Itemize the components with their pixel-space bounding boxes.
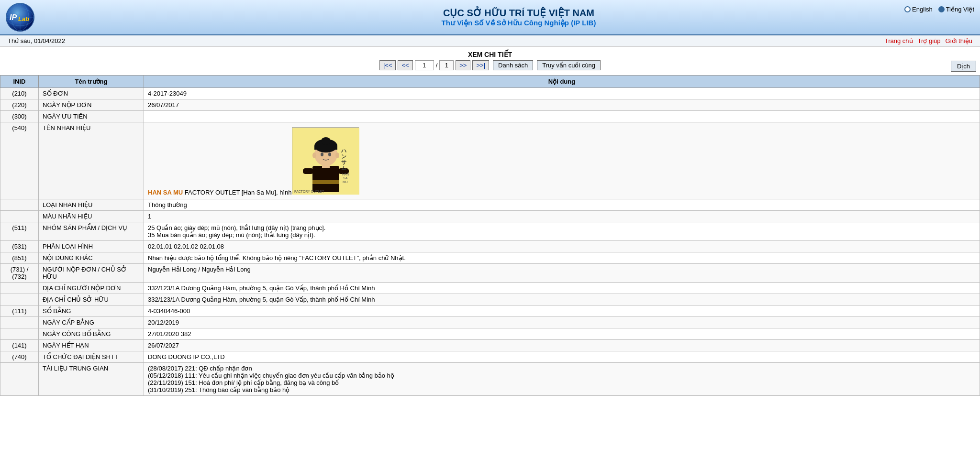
svg-text:サ: サ: [341, 159, 346, 165]
cell-content: HAN SA MU FACTORY OUTLET [Han Sa Mu], hì…: [144, 122, 980, 199]
col-noidung: Nội dung: [144, 76, 980, 88]
cell-content: 332/123/1A Dương Quảng Hàm, phường 5, qu…: [144, 294, 980, 305]
cell-inid: (300): [0, 111, 39, 122]
btn-dich[interactable]: Dịch: [951, 61, 976, 72]
btn-last[interactable]: >>|: [472, 60, 489, 70]
brand-image: ハ ン サ ム HAN SA MU FACTORY OUTLET: [292, 127, 359, 194]
cell-field: ĐỊA CHỈ NGƯỜI NỘP ĐƠN: [39, 283, 144, 294]
table-row: (731) / (732)NGƯỜI NỘP ĐƠN / CHỦ SỞ HỮUN…: [0, 264, 980, 283]
table-row: ĐỊA CHỈ CHỦ SỞ HỮU332/123/1A Dương Quảng…: [0, 294, 980, 305]
svg-text:FACTORY OUTLET: FACTORY OUTLET: [294, 190, 324, 193]
cell-content: Thông thường: [144, 199, 980, 211]
table-row: (511)NHÓM SẢN PHẨM / DỊCH VỤ25 Quần áo; …: [0, 222, 980, 241]
table-row: (210)SỐ ĐƠN4-2017-23049: [0, 88, 980, 99]
link-gioithieu[interactable]: Giới thiệu: [946, 37, 972, 44]
cell-content: 1: [144, 211, 980, 222]
svg-rect-14: [314, 146, 337, 150]
lang-english[interactable]: English: [904, 6, 933, 13]
btn-truyvan[interactable]: Truy vấn cuối cùng: [537, 60, 601, 70]
cell-inid: [0, 363, 39, 396]
cell-content: 26/07/2017: [144, 99, 980, 111]
main-title: CỤC SỞ HỮU TRÍ TUỆ VIỆT NAM: [63, 7, 974, 19]
cell-inid: (731) / (732): [0, 264, 39, 283]
tiengviet-radio[interactable]: [938, 6, 945, 12]
cell-content: DONG DUONG IP CO.,LTD: [144, 351, 980, 363]
page-separator: /: [436, 62, 438, 69]
svg-rect-8: [312, 166, 339, 192]
svg-point-16: [321, 153, 323, 156]
link-trogiup[interactable]: Trợ giúp: [918, 37, 941, 44]
logo-icon: IP Lab: [6, 3, 34, 32]
cell-inid: [0, 328, 39, 340]
table-row: (111)SỐ BẰNG4-0340446-000: [0, 305, 980, 317]
cell-inid: (511): [0, 222, 39, 241]
table-row: (300)NGÀY ƯU TIÊN: [0, 111, 980, 122]
language-selector: English Tiếng Việt: [904, 6, 974, 13]
cell-inid: (531): [0, 241, 39, 252]
cell-content: 20/12/2019: [144, 317, 980, 328]
col-tentruong: Tên trường: [39, 76, 144, 88]
svg-point-15: [321, 137, 331, 145]
cell-field: NGƯỜI NỘP ĐƠN / CHỦ SỞ HỮU: [39, 264, 144, 283]
sub-title: Thư Viện Số Về Sở Hữu Công Nghiệp (IP LI…: [63, 19, 974, 27]
table-body: (210)SỐ ĐƠN4-2017-23049(220)NGÀY NỘP ĐƠN…: [0, 88, 980, 396]
svg-text:MU: MU: [343, 180, 348, 184]
cell-inid: (540): [0, 122, 39, 199]
nav-controls: |<< << / 1 >> >>| Danh sách Truy vấn cuố…: [379, 60, 601, 70]
table-row: NGÀY CẤP BẰNG20/12/2019: [0, 317, 980, 328]
page-input[interactable]: [415, 60, 434, 70]
table-row: LOẠI NHÃN HIỆUThông thường: [0, 199, 980, 211]
cell-field: SỐ BẰNG: [39, 305, 144, 317]
cell-inid: (141): [0, 340, 39, 351]
cell-inid: (851): [0, 252, 39, 264]
btn-danhsach[interactable]: Danh sách: [493, 60, 533, 70]
header-titles: CỤC SỞ HỮU TRÍ TUỆ VIỆT NAM Thư Viện Số …: [63, 7, 974, 27]
cell-content: 02.01.01 02.01.02 02.01.08: [144, 241, 980, 252]
cell-field: NGÀY NỘP ĐƠN: [39, 99, 144, 111]
top-links: Trang chủ Trợ giúp Giới thiệu: [885, 37, 972, 44]
lang-tiengviet[interactable]: Tiếng Việt: [938, 6, 974, 13]
table-row: TÀI LIỆU TRUNG GIAN(28/08/2017) 221: QĐ …: [0, 363, 980, 396]
cell-content: Nhãn hiệu được bảo hộ tổng thể. Không bả…: [144, 252, 980, 264]
link-trangchu[interactable]: Trang chủ: [885, 37, 913, 44]
cell-inid: [0, 283, 39, 294]
table-row: (141)NGÀY HẾT HẠN26/07/2027: [0, 340, 980, 351]
svg-text:ハ: ハ: [341, 148, 346, 153]
current-date: Thứ sáu, 01/04/2022: [8, 37, 65, 44]
nav-bar: XEM CHI TIẾT |<< << / 1 >> >>| Danh sách…: [0, 47, 980, 72]
cell-field: NGÀY CẤP BẰNG: [39, 317, 144, 328]
english-radio[interactable]: [904, 6, 911, 12]
cell-field: PHÂN LOẠI HÌNH: [39, 241, 144, 252]
nav-title: XEM CHI TIẾT: [0, 51, 980, 58]
table-row: (220)NGÀY NỘP ĐƠN26/07/2017: [0, 99, 980, 111]
cell-content: 27/01/2020 382: [144, 328, 980, 340]
cell-field: TỔ CHỨC ĐẠI DIỆN SHTT: [39, 351, 144, 363]
cell-content: 4-2017-23049: [144, 88, 980, 99]
cell-field: ĐỊA CHỈ CHỦ SỞ HỮU: [39, 294, 144, 305]
btn-first[interactable]: |<<: [379, 60, 396, 70]
date-bar: Thứ sáu, 01/04/2022 Trang chủ Trợ giúp G…: [0, 35, 980, 47]
cell-field: TÊN NHÃN HIỆU: [39, 122, 144, 199]
svg-rect-27: [312, 180, 339, 184]
main-table: INID Tên trường Nội dung (210)SỐ ĐƠN4-20…: [0, 75, 980, 396]
btn-next[interactable]: >>: [456, 60, 470, 70]
btn-prev[interactable]: <<: [398, 60, 412, 70]
total-pages: 1: [439, 60, 454, 70]
svg-text:HAN: HAN: [342, 173, 349, 176]
svg-point-17: [328, 153, 331, 156]
cell-inid: (210): [0, 88, 39, 99]
cell-content: (28/08/2017) 221: QĐ chấp nhận đơn(05/12…: [144, 363, 980, 396]
english-label: English: [912, 6, 933, 13]
cell-inid: [0, 211, 39, 222]
cell-field: NỘI DUNG KHÁC: [39, 252, 144, 264]
cell-field: MÀU NHÃN HIỆU: [39, 211, 144, 222]
cell-field: LOẠI NHÃN HIỆU: [39, 199, 144, 211]
table-row: (740)TỔ CHỨC ĐẠI DIỆN SHTTDONG DUONG IP …: [0, 351, 980, 363]
table-row: (531)PHÂN LOẠI HÌNH02.01.01 02.01.02 02.…: [0, 241, 980, 252]
cell-inid: [0, 294, 39, 305]
table-row: NGÀY CÔNG BỐ BẰNG27/01/2020 382: [0, 328, 980, 340]
cell-content: [144, 111, 980, 122]
cell-field: NGÀY ƯU TIÊN: [39, 111, 144, 122]
cell-content: 4-0340446-000: [144, 305, 980, 317]
svg-text:IP: IP: [10, 13, 17, 22]
